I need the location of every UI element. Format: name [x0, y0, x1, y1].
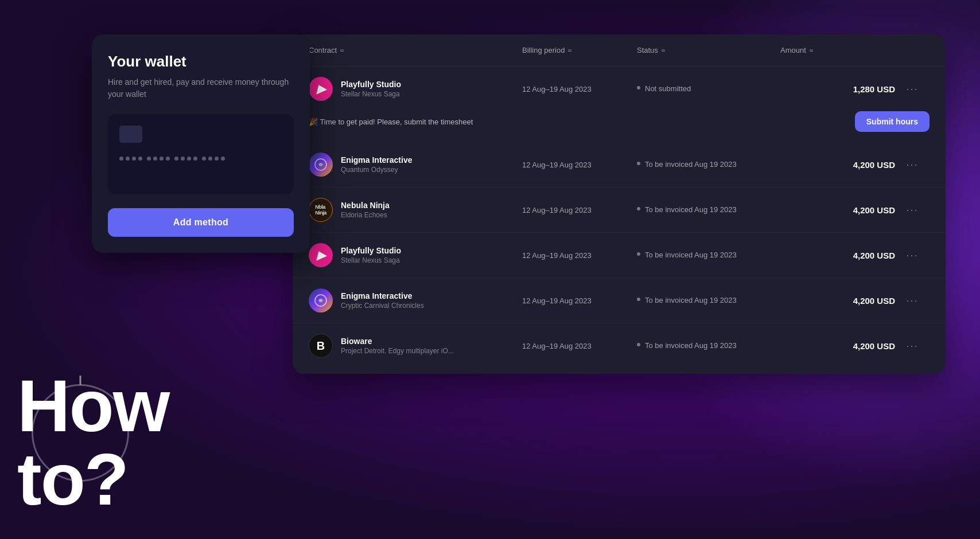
sort-icon	[340, 49, 344, 52]
notification-message: 🎉 Time to get paid! Please, submit the t…	[309, 118, 473, 126]
amount: 4,200 USD	[780, 160, 895, 170]
dot	[138, 157, 142, 161]
svg-point-1	[319, 163, 322, 166]
dot	[187, 157, 191, 161]
company-name: Enigma Interactive	[341, 155, 413, 165]
company-name: Playfully Studio	[341, 246, 401, 255]
status-dot	[637, 252, 640, 256]
dot	[215, 157, 219, 161]
table-body: ▶ Playfully Studio Stellar Nexus Saga 12…	[293, 67, 946, 374]
more-button[interactable]: ···	[895, 83, 930, 95]
contract-info: Bioware Project Detroit. Edgy multiplaye…	[341, 337, 454, 355]
dot	[181, 157, 185, 161]
billing-period: 12 Aug–19 Aug 2023	[522, 342, 637, 350]
table-panel: Contract Billing period Status Amount ▶	[293, 34, 946, 374]
project-name: Cryptic Carnival Chronicles	[341, 302, 424, 310]
project-name: Quantum Odyssey	[341, 166, 413, 174]
billing-period: 12 Aug–19 Aug 2023	[522, 296, 637, 305]
row-main: ▶ Playfully Studio Stellar Nexus Saga 12…	[293, 67, 946, 107]
row-notification: 🎉 Time to get paid! Please, submit the t…	[293, 107, 946, 142]
table-row: Enigma Interactive Quantum Odyssey 12 Au…	[293, 142, 946, 188]
status-text: To be invoiced Aug 19 2023	[645, 205, 737, 215]
table-row: B Bioware Project Detroit. Edgy multipla…	[293, 323, 946, 368]
status-dot	[637, 343, 640, 346]
col-billing: Billing period	[522, 46, 637, 54]
project-name: Stellar Nexus Saga	[341, 90, 401, 98]
dot-group-3	[174, 157, 197, 161]
contract-info: Enigma Interactive Quantum Odyssey	[341, 155, 413, 174]
enigma-icon	[314, 294, 328, 307]
avatar-letter: B	[317, 339, 325, 353]
company-name: Enigma Interactive	[341, 291, 424, 300]
more-button[interactable]: ···	[895, 340, 930, 352]
status-text: To be invoiced Aug 19 2023	[645, 341, 737, 351]
avatar: B	[309, 334, 333, 358]
avatar	[309, 153, 333, 177]
sort-icon	[568, 49, 571, 52]
status-cell: To be invoiced Aug 19 2023	[637, 295, 780, 306]
table-row: ▶ Playfully Studio Stellar Nexus Saga 12…	[293, 233, 946, 278]
dot	[193, 157, 197, 161]
card-dots	[119, 157, 282, 161]
contract-cell: Enigma Interactive Cryptic Carnival Chro…	[309, 288, 522, 313]
col-actions	[895, 46, 930, 54]
status-cell: To be invoiced Aug 19 2023	[637, 341, 780, 351]
contract-cell: B Bioware Project Detroit. Edgy multipla…	[309, 334, 522, 358]
dot	[208, 157, 212, 161]
dot	[126, 157, 130, 161]
avatar-icon: ▶	[317, 248, 325, 262]
more-button[interactable]: ···	[895, 295, 930, 307]
wallet-subtitle: Hire and get hired, pay and receive mone…	[108, 76, 294, 100]
more-button[interactable]: ···	[895, 159, 930, 171]
contract-cell: NblaNinja Nebula Ninja Eldoria Echoes	[309, 198, 522, 222]
table-row: NblaNinja Nebula Ninja Eldoria Echoes 12…	[293, 188, 946, 233]
contract-info: Playfully Studio Stellar Nexus Saga	[341, 246, 401, 264]
add-method-button[interactable]: Add method	[108, 208, 294, 237]
dot	[147, 157, 151, 161]
status-text: To be invoiced Aug 19 2023	[645, 295, 737, 306]
wallet-panel: Your wallet Hire and get hired, pay and …	[92, 34, 310, 253]
project-name: Eldoria Echoes	[341, 211, 390, 219]
more-button[interactable]: ···	[895, 204, 930, 216]
howto-text: How to?	[17, 369, 169, 516]
company-name: Bioware	[341, 337, 454, 346]
col-contract: Contract	[309, 46, 522, 54]
sort-icon	[662, 49, 665, 52]
dot-group-4	[202, 157, 225, 161]
amount: 4,200 USD	[780, 205, 895, 215]
contract-cell: ▶ Playfully Studio Stellar Nexus Saga	[309, 77, 522, 101]
status-cell: To be invoiced Aug 19 2023	[637, 250, 780, 260]
status-dot	[637, 86, 640, 89]
status-cell: To be invoiced Aug 19 2023	[637, 159, 780, 170]
avatar: ▶	[309, 243, 333, 267]
sort-icon	[810, 49, 813, 52]
project-name: Project Detroit. Edgy multiplayer iO...	[341, 347, 454, 355]
amount: 4,200 USD	[780, 296, 895, 306]
dot	[119, 157, 123, 161]
wallet-title: Your wallet	[108, 53, 294, 71]
billing-period: 12 Aug–19 Aug 2023	[522, 85, 637, 93]
table-row: Enigma Interactive Cryptic Carnival Chro…	[293, 278, 946, 323]
status-dot	[637, 207, 640, 210]
dot	[153, 157, 157, 161]
dot-group-1	[119, 157, 142, 161]
avatar-icon: ▶	[317, 82, 325, 96]
more-button[interactable]: ···	[895, 249, 930, 261]
col-amount: Amount	[780, 46, 895, 54]
billing-period: 12 Aug–19 Aug 2023	[522, 206, 637, 214]
status-dot	[637, 298, 640, 301]
billing-period: 12 Aug–19 Aug 2023	[522, 161, 637, 169]
submit-hours-button[interactable]: Submit hours	[855, 111, 930, 132]
status-text: To be invoiced Aug 19 2023	[645, 159, 737, 170]
dot	[221, 157, 225, 161]
dot	[132, 157, 136, 161]
amount: 1,280 USD	[780, 84, 895, 94]
status-cell: Not submitted	[637, 84, 780, 94]
avatar: ▶	[309, 77, 333, 101]
status-text: Not submitted	[645, 84, 691, 94]
dot	[174, 157, 178, 161]
project-name: Stellar Nexus Saga	[341, 256, 401, 264]
dot	[166, 157, 170, 161]
status-dot	[637, 162, 640, 165]
table-header: Contract Billing period Status Amount	[293, 34, 946, 67]
